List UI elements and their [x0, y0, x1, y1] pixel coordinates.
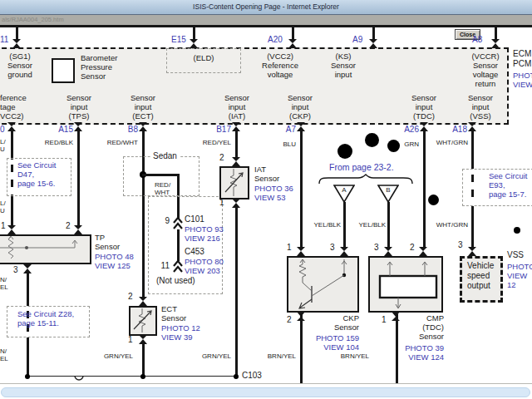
pin-label-0: 0	[0, 125, 5, 134]
thermistor-symbol	[131, 308, 155, 333]
terminal-icon	[139, 122, 147, 131]
tp-terminal-3: 3	[13, 265, 18, 274]
iat-sensor-name: IAT Sensor	[254, 165, 279, 183]
terminal-icon	[190, 39, 198, 48]
wire-color-cut-bottom2: N/ EL	[0, 347, 8, 362]
wire	[27, 337, 29, 376]
wire	[372, 27, 375, 40]
wire	[193, 27, 195, 40]
title-bar[interactable]: ISIS-Content Opening Page - Internet Exp…	[0, 0, 532, 15]
iat-terminal-1: 1	[219, 198, 224, 207]
pin-label-a8: A8	[472, 35, 482, 44]
window-title: ISIS-Content Opening Page - Internet Exp…	[193, 2, 339, 11]
ckp-terminal-2: 2	[287, 315, 292, 324]
c453-photo-link[interactable]: PHOTO 80	[185, 257, 224, 266]
wire	[343, 202, 346, 248]
ckp-terminal-1: 1	[287, 243, 292, 252]
pin-label-a26: A26	[397, 125, 419, 134]
c453-view-link[interactable]: VIEW 203	[185, 266, 220, 275]
terminal-icon	[232, 122, 240, 131]
terminal-icon	[491, 39, 500, 48]
c453-pin: 11	[151, 261, 170, 270]
terminal-icon	[297, 312, 305, 321]
cmp-photo-link[interactable]: PHOTO 39	[381, 343, 444, 352]
tp-terminal-1: 1	[1, 221, 6, 230]
c101-photo-link[interactable]: PHOTO 93	[185, 224, 224, 234]
wire-color-red-blk: RED/BLK	[37, 139, 73, 146]
wire-color-yel-blk-b: YEL/BLK	[351, 221, 386, 229]
wire-color-yel-blk-a: YEL/BLK	[306, 221, 341, 229]
ink-dot	[514, 227, 520, 234]
terminal-icon	[468, 122, 476, 131]
ect-terminal-1: 1	[128, 335, 133, 344]
iat-view-link[interactable]: VIEW 53	[254, 193, 286, 202]
sedan-label: Sedan	[150, 151, 180, 161]
ect-photo-link[interactable]: PHOTO 12	[161, 323, 200, 332]
inline-connector-icon	[173, 217, 183, 229]
terminal-icon	[468, 247, 476, 256]
pin-label-a7: A7	[276, 125, 296, 134]
wire	[423, 131, 426, 248]
wire-color-grn-yel2: GRN/YEL	[195, 352, 231, 360]
terminal-icon	[74, 122, 82, 131]
ink-dot	[337, 144, 352, 159]
pin-label-a9: A9	[352, 35, 362, 44]
ckp-sensor-name: CKP Sensor	[296, 313, 359, 332]
bottom-scroll-bar[interactable]	[1, 387, 530, 397]
triangle-a-letter: A	[333, 186, 355, 194]
tp-view-link[interactable]: VIEW 125	[95, 261, 131, 270]
tp-photo-link[interactable]: PHOTO 48	[95, 252, 134, 261]
junction-dot	[140, 374, 145, 379]
iat-sensor-box	[219, 166, 249, 200]
from-page-link[interactable]: From page 23-2.	[329, 162, 394, 172]
iat-terminal-2: 2	[219, 153, 224, 162]
cmp-terminal-2: 2	[410, 243, 415, 252]
see-circuit-d47-link[interactable]: See Circuit D47, page 15-6.	[17, 160, 69, 188]
ecm-fn-vcc2: (VCC2) Reference voltage	[256, 52, 304, 79]
c101-view-link[interactable]: VIEW 216	[185, 234, 220, 243]
browser-window: ISIS-Content Opening Page - Internet Exp…	[0, 0, 532, 399]
wire-color-blu: BLU	[279, 140, 296, 148]
terminal-icon	[384, 247, 392, 256]
ckp-photo-link[interactable]: PHOTO 159	[296, 333, 359, 342]
wire	[471, 206, 474, 247]
ckp-view-link[interactable]: VIEW 104	[296, 342, 359, 352]
wire-color-grn-yel1: GRN/YEL	[96, 352, 133, 360]
wire	[77, 131, 80, 226]
address-bar[interactable]: als/RJAA004_205.htm	[0, 15, 532, 27]
c103-label: C103	[242, 371, 262, 381]
wire	[235, 131, 238, 158]
ink-dot	[428, 195, 439, 205]
ecm-fn-baro: Barometer Pressure Sensor	[81, 53, 131, 81]
wire-color-cut-top2: L/ U	[0, 200, 6, 214]
see-circuit-z28-link[interactable]: See Circuit Z28, page 15-11.	[17, 309, 89, 328]
tp-sensor-box	[0, 234, 91, 264]
ecm-fn-ckp: Sensor input (CKP)	[281, 93, 319, 121]
cmp-view-link[interactable]: VIEW 124	[381, 352, 444, 362]
terminal-icon	[369, 39, 377, 48]
terminal-icon	[419, 247, 427, 256]
terminal-icon	[7, 225, 16, 234]
ecm-view-link[interactable]: VIEW	[513, 80, 532, 89]
ecm-fn-ect: Sensor input (ECT)	[124, 93, 162, 121]
ecm-photo-link[interactable]: PHOTO	[513, 71, 532, 80]
terminal-icon	[297, 247, 305, 256]
see-circuit-e93-link[interactable]: See Circuit E93, page 15-7.	[489, 171, 532, 199]
potentiometer-symbol	[0, 236, 89, 262]
cmp-sensor-name: CMP (TDC) Sensor	[381, 313, 444, 341]
pickup-coil-symbol	[370, 258, 441, 310]
ecm-fn-vccr: (VCCR) Sensor voltage return	[464, 52, 507, 88]
triangle-connector-b: B	[377, 185, 399, 203]
ect-view-link[interactable]: VIEW 39	[161, 332, 193, 342]
iat-photo-link[interactable]: PHOTO 36	[254, 184, 293, 193]
wire	[387, 202, 390, 248]
wire	[292, 27, 294, 40]
wire-color-red-wht: RED/WHT	[101, 139, 138, 146]
vss-view-link[interactable]: VIEW 12	[507, 271, 532, 289]
ecm-fn-eld: (ELD)	[166, 53, 241, 62]
pin-label-b17: B17	[209, 125, 231, 134]
ecm-fn-iat: Sensor input (IAT)	[218, 93, 256, 121]
wire	[11, 195, 13, 226]
vss-photo-link[interactable]: PHOTO	[507, 262, 532, 271]
cmp-terminal-1: 1	[382, 315, 387, 324]
